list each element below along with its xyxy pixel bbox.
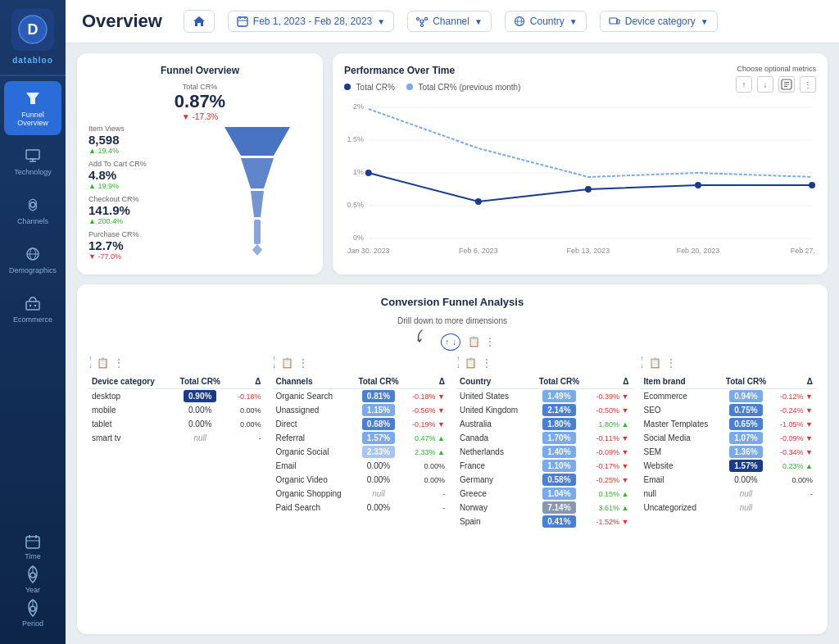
device-sort-down[interactable]: ↓: [88, 363, 92, 370]
sidebar-item-ecommerce[interactable]: Ecommerce: [4, 286, 61, 332]
sidebar-item-period[interactable]: Period: [22, 599, 43, 628]
delta-cell: 0.00%: [229, 403, 265, 417]
export-btn[interactable]: [778, 76, 795, 93]
sidebar-item-channels[interactable]: Channels: [4, 188, 61, 234]
choose-metrics-label: Choose optional metrics: [736, 65, 816, 73]
sidebar-item-funnel-overview[interactable]: Funnel Overview: [4, 81, 61, 135]
channel-sort-up[interactable]: ↑: [273, 356, 276, 362]
page-title: Overview: [82, 11, 162, 32]
item-views-label: Item Views: [88, 125, 197, 133]
device-sort-btns[interactable]: ↑ ↓: [88, 356, 92, 370]
table-row: desktop0.90%-0.18%: [88, 389, 265, 404]
delta-cell: [772, 501, 816, 515]
device-col3-header: Δ: [229, 374, 265, 389]
sort-up-btn[interactable]: ↑: [736, 76, 752, 93]
device-export-icon[interactable]: 📋: [97, 357, 109, 369]
country-more-icon[interactable]: ⋮: [482, 357, 492, 369]
cr-cell: 1.70%: [532, 431, 587, 445]
device-col2-header: Total CR%: [172, 374, 229, 389]
device-sort-up[interactable]: ↑: [88, 356, 92, 362]
delta-cell: -0.18%: [229, 389, 265, 404]
table-row: Netherlands1.40%-0.09% ▼: [456, 445, 633, 459]
dimension-cell: Australia: [456, 417, 532, 431]
channel-more-icon[interactable]: ⋮: [298, 357, 308, 369]
more-options-btn[interactable]: ⋮: [800, 76, 816, 93]
sort-down-btn[interactable]: ↓: [757, 76, 773, 93]
dimension-cell: SEM: [641, 445, 720, 459]
channel-filter[interactable]: Channel ▼: [407, 11, 492, 32]
cr-cell: 1.57%: [352, 431, 405, 445]
cr-cell: 1.10%: [532, 459, 587, 473]
country-sort-down[interactable]: ↓: [456, 363, 460, 370]
sidebar-item-time[interactable]: Time: [25, 533, 41, 560]
country-filter[interactable]: Country ▼: [505, 11, 587, 32]
brand-col3-header: Δ: [772, 374, 816, 389]
funnel-total-delta: ▼ -17.3%: [88, 112, 311, 121]
channel-sort-btns[interactable]: ↑ ↓: [273, 356, 276, 370]
funnel-icon: [24, 89, 42, 107]
brand-sort-btns[interactable]: ↑ ↓: [641, 356, 644, 370]
channel-icon: [416, 16, 428, 27]
sidebar-item-label: Funnel Overview: [9, 111, 57, 127]
brand-table-header-controls: ↑ ↓ 📋 ⋮: [641, 356, 817, 370]
dimension-cell: France: [456, 459, 532, 473]
cr-cell: null: [172, 431, 229, 445]
channel-table-block: ↑ ↓ 📋 ⋮ Channels Total CR% Δ: [273, 356, 449, 528]
delta-cell: -0.18% ▼: [405, 389, 448, 404]
table-row: Organic Shoppingnull-: [273, 487, 449, 501]
date-range-filter[interactable]: Feb 1, 2023 - Feb 28, 2023 ▼: [228, 11, 394, 32]
svg-point-12: [29, 305, 31, 306]
svg-point-7: [30, 202, 35, 207]
content-area: Funnel Overview Total CR% 0.87% ▼ -17.3%…: [66, 43, 839, 644]
channel-export-icon[interactable]: 📋: [281, 357, 293, 369]
sidebar-item-technology[interactable]: Technology: [4, 138, 61, 184]
funnel-title: Funnel Overview: [88, 65, 311, 76]
table-row: Unassigned1.15%-0.56% ▼: [273, 403, 449, 417]
svg-marker-42: [252, 244, 262, 256]
brand-sort-down[interactable]: ↓: [641, 363, 644, 370]
cr-cell: 0.68%: [352, 417, 405, 431]
delta-cell: -0.50% ▼: [587, 403, 633, 417]
delta-cell: -0.19% ▼: [405, 417, 448, 431]
device-col1-header: Device category: [88, 374, 172, 389]
legend-dot-total: [344, 84, 351, 90]
sidebar-item-year[interactable]: Year: [25, 565, 40, 594]
sidebar-item-label: Ecommerce: [13, 315, 52, 324]
device-more-icon[interactable]: ⋮: [114, 357, 124, 369]
table-row: smart tvnull-: [88, 431, 265, 445]
brand-more-icon[interactable]: ⋮: [666, 357, 676, 369]
logo[interactable]: D: [11, 8, 54, 51]
drill-export-icon[interactable]: 📋: [468, 336, 480, 347]
delta-cell: 1.80% ▲: [587, 417, 633, 431]
device-filter[interactable]: Device category ▼: [600, 11, 718, 32]
table-row: Email0.00%0.00%: [641, 473, 817, 487]
cr-cell: 2.33%: [352, 445, 405, 459]
brand-sort-up[interactable]: ↑: [641, 356, 644, 362]
brand-export-icon[interactable]: 📋: [649, 357, 661, 369]
cr-cell: 7.14%: [532, 501, 587, 515]
svg-rect-37: [617, 20, 619, 24]
delta-cell: -1.05% ▼: [772, 417, 816, 431]
cr-point-2: [475, 198, 482, 205]
sidebar-item-demographics[interactable]: Demographics: [4, 237, 61, 283]
svg-point-26: [420, 20, 424, 23]
table-row: Organic Search0.81%-0.18% ▼: [273, 389, 449, 404]
country-export-icon[interactable]: 📋: [465, 357, 477, 369]
country-sort-up[interactable]: ↑: [456, 356, 460, 362]
channel-sort-down[interactable]: ↓: [273, 363, 276, 370]
delta-cell: -0.09% ▼: [772, 431, 816, 445]
performance-title: Performance Over Time: [344, 65, 521, 76]
svg-rect-41: [254, 220, 261, 244]
table-row: Direct0.68%-0.19% ▼: [273, 417, 449, 431]
drill-more-icon[interactable]: ⋮: [485, 336, 495, 347]
drill-controls[interactable]: ↑ ↓: [441, 333, 460, 351]
dimension-cell: Greece: [456, 487, 532, 501]
item-views-metric: Item Views 8,598 ▲ 19.4%: [88, 125, 197, 155]
home-filter[interactable]: [184, 10, 215, 33]
country-sort-btns[interactable]: ↑ ↓: [456, 356, 460, 370]
delta-cell: 0.15% ▲: [587, 487, 633, 501]
svg-rect-14: [26, 537, 39, 548]
cr-cell: 2.14%: [532, 403, 587, 417]
table-row: Greece1.04%0.15% ▲: [456, 487, 633, 501]
svg-text:0.5%: 0.5%: [347, 201, 363, 209]
